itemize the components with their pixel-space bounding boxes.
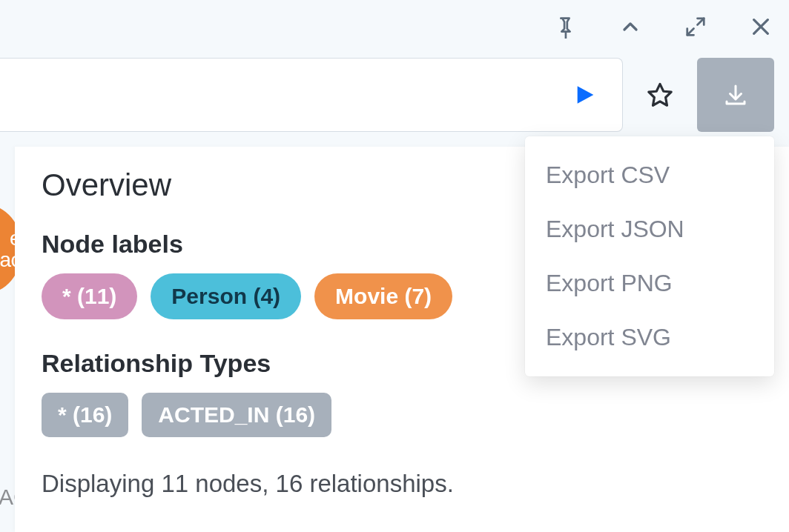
status-text: Displaying 11 nodes, 16 relationships. [42, 470, 762, 498]
node-label-person[interactable]: Person (4) [151, 273, 301, 319]
export-svg[interactable]: Export SVG [525, 310, 774, 365]
expand-icon[interactable] [684, 15, 707, 39]
query-action-bar [0, 58, 789, 132]
export-menu: Export CSV Export JSON Export PNG Export… [525, 136, 774, 376]
export-csv[interactable]: Export CSV [525, 148, 774, 202]
window-toolbar [553, 15, 773, 39]
favorite-button[interactable] [623, 58, 697, 132]
close-icon[interactable] [749, 15, 773, 39]
export-json[interactable]: Export JSON [525, 202, 774, 256]
node-label-movie[interactable]: Movie (7) [314, 273, 452, 319]
rel-type-all[interactable]: * (16) [42, 393, 128, 437]
pin-icon[interactable] [553, 15, 577, 39]
query-editor[interactable] [0, 58, 623, 132]
action-side-buttons [623, 58, 774, 132]
node-label-all[interactable]: * (11) [42, 273, 137, 319]
chevron-up-icon[interactable] [618, 15, 642, 39]
run-button[interactable] [569, 80, 598, 110]
svg-marker-4 [649, 84, 671, 105]
rel-type-acted-in[interactable]: ACTED_IN (16) [142, 393, 331, 437]
download-button[interactable] [697, 58, 774, 132]
export-png[interactable]: Export PNG [525, 256, 774, 310]
relationship-types-row: * (16) ACTED_IN (16) [42, 393, 762, 437]
